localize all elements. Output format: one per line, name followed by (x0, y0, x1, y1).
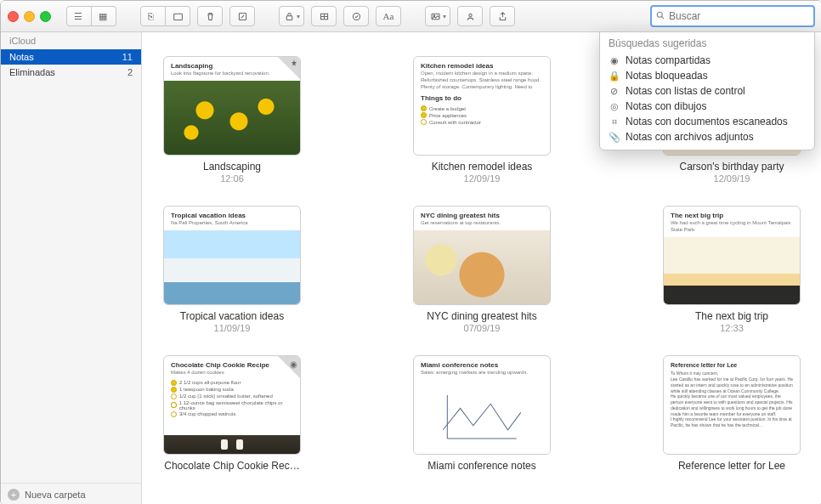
svg-rect-2 (286, 15, 292, 20)
collaborate-button[interactable] (457, 6, 483, 26)
delete-button[interactable] (197, 6, 223, 26)
note-title: Kitchen remodel ideas (432, 161, 533, 173)
view-list-button[interactable]: ☰ (66, 6, 92, 26)
close-window[interactable] (8, 11, 19, 22)
suggestion-shared[interactable]: ◉Notas compartidas (600, 53, 814, 68)
note-date: 12/09/19 (464, 173, 501, 184)
thumb-image (414, 380, 550, 454)
zoom-window[interactable] (40, 11, 51, 22)
shared-icon: ◉ (609, 55, 620, 66)
note-title: NYC dining greatest hits (427, 310, 536, 322)
checklist-button[interactable] (343, 6, 369, 26)
thumb-image (664, 237, 800, 304)
thumb-checklist: 2 1/2 cups all-purpose flour 1 teaspoon … (164, 377, 300, 422)
thumb-image (414, 230, 550, 304)
view-grid-button[interactable]: ▦ (92, 6, 116, 26)
attach-button[interactable]: ⎘ (140, 6, 166, 26)
sidebar-item-count: 11 (122, 52, 133, 62)
note-date: 12:06 (220, 173, 244, 184)
minimize-window[interactable] (24, 11, 35, 22)
thumb-subtitle: We had such a great time cycling in Moun… (671, 220, 793, 234)
titlebar: ☰ ▦ ⎘ ▾ Aa ▾ (1, 1, 821, 32)
note-card[interactable]: Reference letter for Lee To Whom it may … (664, 355, 800, 472)
search-box[interactable] (650, 5, 815, 27)
pinned-icon (278, 57, 300, 79)
sidebar-item-label: Notas (9, 52, 34, 62)
thumb-image (164, 81, 300, 155)
suggestion-drawings[interactable]: ◎Notas con dibujos (600, 99, 814, 114)
note-thumbnail: Landscaping Look into flagstone for back… (163, 56, 301, 156)
note-thumbnail: NYC dining greatest hits Get reservation… (413, 206, 551, 305)
note-thumbnail: Tropical vacation ideas Na Pali Properti… (163, 206, 301, 305)
note-card[interactable]: Kitchen remodel ideas Open, modern kitch… (414, 56, 550, 184)
notes-window: ☰ ▦ ⎘ ▾ Aa ▾ (0, 0, 821, 504)
note-thumbnail: The next big trip We had such a great ti… (663, 206, 801, 305)
note-card[interactable]: NYC dining greatest hits Get reservation… (414, 206, 550, 333)
suggestion-scanned[interactable]: ⌗Notas con documentos escaneados (600, 114, 814, 129)
thumb-subtitle: Na Pali Properties, South America (171, 220, 293, 227)
note-title: The next big trip (695, 310, 768, 322)
thumb-title: Landscaping (171, 62, 293, 70)
thumb-subtitle: Get reservations at top restaurants. (421, 220, 543, 227)
thumb-title: Miami conference notes (421, 361, 543, 369)
scan-icon: ⌗ (609, 116, 620, 127)
note-card[interactable]: Landscaping Look into flagstone for back… (164, 56, 300, 184)
svg-point-8 (657, 12, 662, 17)
share-button[interactable] (490, 6, 515, 26)
sidebar-item-count: 2 (127, 67, 133, 77)
thumb-title: NYC dining greatest hits (421, 212, 543, 219)
thumb-title: Tropical vacation ideas (171, 212, 293, 219)
suggestion-locked[interactable]: 🔒Notas bloqueadas (600, 68, 814, 83)
plus-icon: + (8, 489, 20, 501)
thumb-subtitle: Look into flagstone for backyard renovat… (171, 71, 293, 77)
thumb-image (164, 230, 300, 304)
note-title: Reference letter for Lee (678, 460, 785, 472)
thumb-title: The next big trip (671, 212, 793, 219)
sidebar-account: iCloud (1, 32, 141, 49)
note-title: Miami conference notes (427, 460, 535, 472)
thumb-checklist: Create a budget Price appliances Consult… (414, 102, 550, 129)
table-button[interactable] (311, 6, 337, 26)
thumb-subtitle: Sales: emerging markets are trending upw… (421, 370, 543, 377)
checklist-icon: ⊘ (609, 86, 620, 97)
media-button[interactable]: ▾ (425, 6, 450, 26)
thumb-subtitle: Makes 4 dozen cookies (171, 370, 293, 377)
thumb-text: Reference letter for Lee To Whom it may … (664, 356, 800, 433)
new-folder-button[interactable]: + Nueva carpeta (1, 483, 141, 504)
format-button[interactable]: Aa (376, 6, 401, 26)
thumb-section: Things to do (421, 94, 543, 102)
note-thumbnail: Kitchen remodel ideas Open, modern kitch… (413, 56, 551, 156)
note-title: Tropical vacation ideas (180, 310, 284, 322)
lock-button[interactable]: ▾ (279, 6, 304, 26)
attachment-icon: 📎 (609, 132, 620, 143)
note-title: Landscaping (203, 161, 261, 173)
svg-point-7 (468, 14, 471, 16)
sidebar-item-deleted[interactable]: Eliminadas 2 (1, 65, 141, 80)
window-controls (8, 11, 51, 22)
note-date: 11/09/19 (214, 323, 251, 333)
note-thumbnail: Miami conference notes Sales: emerging m… (413, 355, 551, 455)
note-card[interactable]: ◉ Chocolate Chip Cookie Recipe Makes 4 d… (164, 355, 300, 472)
thumb-subtitle: Open, modern kitchen design in a medium … (421, 71, 543, 91)
thumb-title: Chocolate Chip Cookie Recipe (171, 361, 293, 369)
note-title: Chocolate Chip Cookie Rec… (164, 460, 299, 472)
suggestion-attachments[interactable]: 📎Notas con archivos adjuntos (600, 129, 814, 144)
note-card[interactable]: The next big trip We had such a great ti… (664, 206, 800, 333)
sidebar-item-notes[interactable]: Notas 11 (1, 49, 141, 65)
new-note-button[interactable] (229, 6, 255, 26)
note-title: Carson's birthday party (679, 161, 784, 173)
note-card[interactable]: Tropical vacation ideas Na Pali Properti… (164, 206, 300, 333)
note-thumbnail: ◉ Chocolate Chip Cookie Recipe Makes 4 d… (163, 355, 301, 455)
suggestions-heading: Búsquedas sugeridas (600, 36, 814, 53)
search-suggestions: Búsquedas sugeridas ◉Notas compartidas 🔒… (599, 31, 815, 150)
suggestion-checklists[interactable]: ⊘Notas con listas de control (600, 83, 814, 99)
shared-icon: ◉ (278, 356, 300, 378)
search-input[interactable] (669, 10, 813, 22)
note-date: 07/09/19 (464, 323, 501, 333)
note-thumbnail: Reference letter for Lee To Whom it may … (663, 355, 801, 455)
svg-rect-0 (173, 14, 182, 20)
note-card[interactable]: Miami conference notes Sales: emerging m… (414, 355, 550, 472)
thumb-title: Kitchen remodel ideas (421, 62, 543, 70)
folder-button[interactable] (166, 6, 190, 26)
lock-icon: 🔒 (609, 71, 620, 82)
